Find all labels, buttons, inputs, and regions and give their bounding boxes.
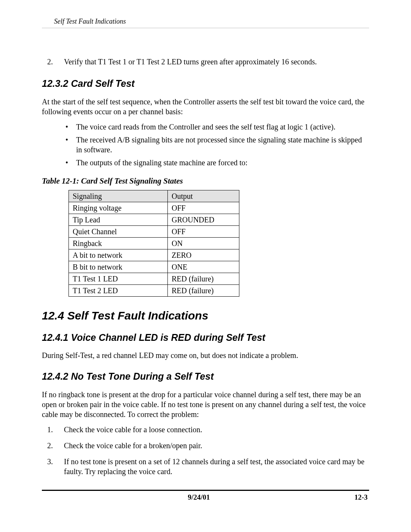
- heading-12-4-2: 12.4.2 No Test Tone During a Self Test: [42, 370, 369, 383]
- table-cell: Tip Lead: [69, 214, 168, 225]
- bullet-text: The outputs of the signaling state machi…: [76, 158, 247, 168]
- table-header-row: Signaling Output: [69, 190, 239, 202]
- table-cell: ZERO: [168, 249, 239, 261]
- heading-12-4: 12.4 Self Test Fault Indications: [42, 308, 369, 323]
- table-cell: B bit to network: [69, 261, 168, 273]
- ordered-item: 2. Check the voice cable for a broken/op…: [47, 441, 369, 451]
- table-row: T1 Test 1 LED RED (failure): [69, 273, 239, 284]
- running-header: Self Test Fault Indications: [54, 18, 369, 26]
- bullet-text: The voice card reads from the Controller…: [76, 122, 335, 132]
- para-12-4-2: If no ringback tone is present at the dr…: [42, 390, 369, 419]
- ordered-item-text: Verify that T1 Test 1 or T1 Test 2 LED t…: [64, 57, 317, 67]
- bullet-item: • The voice card reads from the Controll…: [65, 122, 369, 132]
- heading-12-4-1: 12.4.1 Voice Channel LED is RED during S…: [42, 331, 369, 344]
- para-12-4-1: During Self-Test, a red channel LED may …: [42, 350, 369, 360]
- page-footer: 9/24/01 12-3: [42, 490, 369, 502]
- table-row: T1 Test 2 LED RED (failure): [69, 284, 239, 296]
- footer-date: 9/24/01: [188, 493, 210, 502]
- ordered-item-number: 1.: [47, 425, 64, 435]
- ordered-item: 3. If no test tone is present on a set o…: [47, 457, 369, 476]
- table-row: A bit to network ZERO: [69, 249, 239, 261]
- ordered-item-number: 3.: [47, 457, 64, 476]
- table-cell: Ringback: [69, 237, 168, 249]
- bullet-item: • The outputs of the signaling state mac…: [65, 158, 369, 168]
- table-cell: ON: [168, 237, 239, 249]
- table-12-1: Signaling Output Ringing voltage OFF Tip…: [68, 190, 239, 297]
- table-12-1-caption: Table 12-1: Card Self Test Signaling Sta…: [42, 176, 369, 186]
- table-cell: GROUNDED: [168, 214, 239, 225]
- table-header-signaling: Signaling: [69, 190, 168, 202]
- table-row: Quiet Channel OFF: [69, 225, 239, 237]
- bullet-list: • The voice card reads from the Controll…: [42, 122, 369, 168]
- ordered-item-number: 2.: [47, 57, 64, 67]
- table-cell: Quiet Channel: [69, 225, 168, 237]
- bullet-text: The received A/B signaling bits are not …: [76, 135, 369, 155]
- table-cell: ONE: [168, 261, 239, 273]
- table-cell: A bit to network: [69, 249, 168, 261]
- table-cell: OFF: [168, 202, 239, 214]
- ordered-item-text: Check the voice cable for a broken/open …: [64, 441, 202, 451]
- bullet-dot-icon: •: [65, 158, 76, 168]
- table-cell: RED (failure): [168, 284, 239, 296]
- table-row: B bit to network ONE: [69, 261, 239, 273]
- ordered-item-text: If no test tone is present on a set of 1…: [64, 457, 369, 476]
- table-cell: RED (failure): [168, 273, 239, 284]
- ordered-item-2: 2. Verify that T1 Test 1 or T1 Test 2 LE…: [47, 57, 369, 67]
- table-row: Tip Lead GROUNDED: [69, 214, 239, 225]
- ordered-item: 1. Check the voice cable for a loose con…: [47, 425, 369, 435]
- table-row: Ringback ON: [69, 237, 239, 249]
- ordered-list-12-4-2: 1. Check the voice cable for a loose con…: [42, 425, 369, 476]
- table-cell: Ringing voltage: [69, 202, 168, 214]
- para-12-3-2: At the start of the self test sequence, …: [42, 97, 369, 117]
- bullet-dot-icon: •: [65, 135, 76, 155]
- table-cell: T1 Test 1 LED: [69, 273, 168, 284]
- ordered-item-text: Check the voice cable for a loose connec…: [64, 425, 202, 435]
- bullet-item: • The received A/B signaling bits are no…: [65, 135, 369, 155]
- bullet-dot-icon: •: [65, 122, 76, 132]
- heading-12-3-2: 12.3.2 Card Self Test: [42, 77, 369, 90]
- table-header-output: Output: [168, 190, 239, 202]
- footer-rule: [42, 490, 369, 491]
- page: Self Test Fault Indications 2. Verify th…: [0, 0, 411, 532]
- table-row: Ringing voltage OFF: [69, 202, 239, 214]
- table-cell: T1 Test 2 LED: [69, 284, 168, 296]
- table-cell: OFF: [168, 225, 239, 237]
- footer-page-number: 12-3: [354, 493, 368, 502]
- ordered-item-number: 2.: [47, 441, 64, 451]
- content: 2. Verify that T1 Test 1 or T1 Test 2 LE…: [42, 28, 369, 476]
